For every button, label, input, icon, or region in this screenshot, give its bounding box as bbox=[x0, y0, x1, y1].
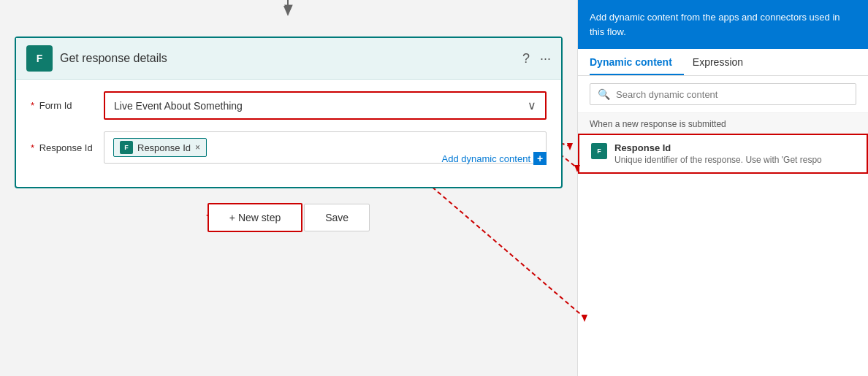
left-panel: ▼ F Get response details ? ··· * Form Id bbox=[0, 0, 577, 376]
top-arrow-icon: ▼ bbox=[281, 0, 296, 17]
form-id-control: Live Event About Something ∨ bbox=[104, 91, 547, 120]
close-icon[interactable]: × bbox=[195, 142, 200, 153]
item-desc: Unique identifier of the response. Use w… bbox=[614, 155, 822, 165]
form-id-dropdown[interactable]: Live Event About Something ∨ bbox=[104, 91, 547, 120]
item-title: Response Id bbox=[614, 142, 822, 153]
response-id-label: * Response Id bbox=[31, 142, 104, 153]
right-panel: Add dynamic content from the apps and co… bbox=[577, 0, 868, 376]
search-input[interactable] bbox=[616, 89, 848, 100]
card-header-actions: ? ··· bbox=[522, 51, 551, 66]
tab-expression[interactable]: Expression bbox=[693, 49, 755, 75]
form-id-row: * Form Id Live Event About Something ∨ bbox=[31, 91, 547, 120]
response-tag: F Response Id × bbox=[113, 138, 207, 157]
more-icon[interactable]: ··· bbox=[540, 51, 551, 66]
help-icon[interactable]: ? bbox=[522, 51, 530, 66]
card-body: * Form Id Live Event About Something ∨ * bbox=[16, 80, 561, 187]
card-title: Get response details bbox=[60, 52, 522, 65]
save-button[interactable]: Save bbox=[304, 204, 370, 231]
dynamic-item-content: Response Id Unique identifier of the res… bbox=[614, 142, 822, 165]
search-input-wrap: 🔍 bbox=[590, 83, 856, 105]
response-id-control: F Response Id × Add dynamic content + bbox=[104, 131, 547, 164]
tag-icon: F bbox=[120, 141, 133, 154]
tag-label: Response Id bbox=[137, 142, 191, 153]
section-label: When a new response is submitted bbox=[578, 113, 868, 134]
search-icon: 🔍 bbox=[598, 88, 610, 100]
main-container: ▼ F Get response details ? ··· * Form Id bbox=[0, 0, 868, 376]
add-dynamic-button[interactable]: Add dynamic content + bbox=[442, 152, 547, 165]
dynamic-item-response-id[interactable]: F Response Id Unique identifier of the r… bbox=[578, 134, 868, 174]
add-dynamic-plus-icon: + bbox=[533, 152, 547, 165]
right-panel-tabs: Dynamic content Expression bbox=[578, 49, 868, 76]
right-panel-header-text: Add dynamic content from the apps and co… bbox=[590, 12, 840, 37]
chevron-down-icon: ∨ bbox=[528, 99, 536, 112]
card-get-response: F Get response details ? ··· * Form Id bbox=[15, 37, 563, 188]
form-id-value: Live Event About Something bbox=[114, 100, 243, 112]
bottom-buttons: + New step Save bbox=[208, 203, 370, 232]
form-id-label: * Form Id bbox=[31, 100, 104, 111]
app-icon: F bbox=[26, 45, 53, 72]
new-step-button[interactable]: + New step bbox=[208, 203, 302, 232]
search-bar: 🔍 bbox=[578, 76, 868, 113]
response-id-row: * Response Id F Response Id × Add d bbox=[31, 131, 547, 164]
right-panel-header: Add dynamic content from the apps and co… bbox=[578, 0, 868, 49]
dynamic-item-icon: F bbox=[591, 143, 607, 159]
card-header: F Get response details ? ··· bbox=[16, 38, 561, 80]
tab-dynamic-content[interactable]: Dynamic content bbox=[590, 49, 684, 75]
add-dynamic-label: Add dynamic content bbox=[442, 153, 530, 164]
